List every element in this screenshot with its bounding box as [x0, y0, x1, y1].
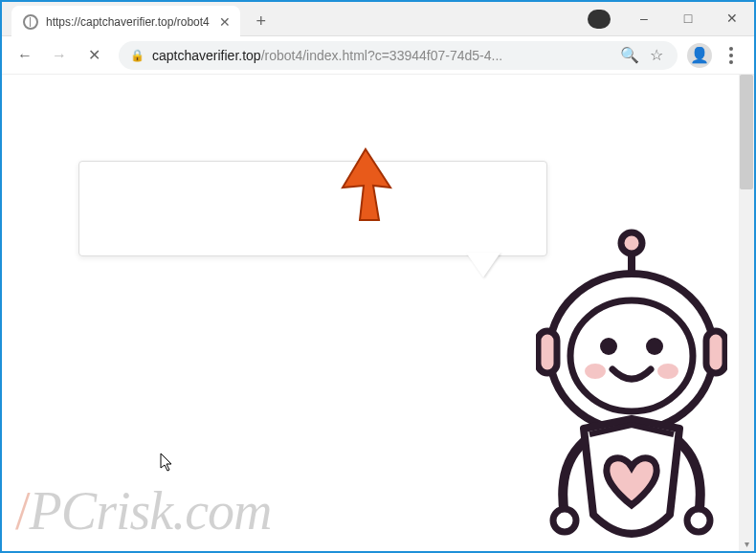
- page-content: /PCrisk.com ▴ ▾: [2, 75, 754, 551]
- new-tab-button[interactable]: +: [248, 9, 275, 35]
- vertical-scrollbar[interactable]: ▴ ▾: [739, 75, 754, 551]
- close-window-button[interactable]: ✕: [710, 2, 754, 34]
- watermark: /PCrisk.com: [15, 480, 271, 542]
- svg-point-6: [600, 338, 617, 355]
- url-text: captchaverifier.top/robot4/index.html?c=…: [152, 48, 612, 63]
- mouse-cursor-icon: [160, 453, 173, 472]
- bookmark-star-icon[interactable]: ☆: [647, 46, 666, 65]
- maximize-button[interactable]: □: [666, 2, 710, 34]
- svg-point-10: [553, 509, 576, 532]
- window-controls: – □ ✕: [622, 2, 754, 34]
- svg-point-9: [657, 364, 678, 379]
- globe-icon: [23, 14, 38, 30]
- scroll-thumb[interactable]: [740, 75, 753, 189]
- toolbar: ← → ✕ 🔒 captchaverifier.top/robot4/index…: [2, 36, 754, 75]
- stop-reload-button[interactable]: ✕: [78, 40, 109, 71]
- address-bar[interactable]: 🔒 captchaverifier.top/robot4/index.html?…: [119, 41, 678, 70]
- scroll-down-icon[interactable]: ▾: [739, 536, 754, 551]
- lock-icon[interactable]: 🔒: [130, 49, 145, 62]
- url-domain: captchaverifier.top: [152, 48, 261, 63]
- minimize-button[interactable]: –: [622, 2, 666, 34]
- svg-point-0: [621, 232, 642, 254]
- incognito-icon: [588, 10, 611, 29]
- url-path: /robot4/index.html?c=33944f07-74d5-4...: [261, 48, 503, 63]
- back-button[interactable]: ←: [10, 40, 40, 71]
- robot-illustration: [536, 228, 727, 551]
- search-icon[interactable]: 🔍: [620, 46, 639, 65]
- tab-close-icon[interactable]: ✕: [217, 14, 233, 30]
- browser-tab[interactable]: https://captchaverifier.top/robot4 ✕: [11, 6, 240, 38]
- forward-button[interactable]: →: [44, 40, 75, 71]
- tab-title: https://captchaverifier.top/robot4: [46, 15, 210, 29]
- titlebar: https://captchaverifier.top/robot4 ✕ + –…: [2, 2, 754, 36]
- svg-point-7: [646, 338, 663, 355]
- watermark-pc: PC: [30, 481, 97, 541]
- speech-bubble: [78, 161, 547, 256]
- watermark-dotcom: .com: [172, 481, 271, 541]
- svg-point-5: [570, 300, 693, 411]
- svg-point-11: [687, 509, 710, 532]
- menu-button[interactable]: [716, 47, 746, 64]
- svg-point-8: [585, 364, 606, 379]
- watermark-risk: risk: [96, 481, 172, 541]
- speech-bubble-tail: [466, 253, 500, 277]
- watermark-slash: /: [15, 481, 30, 541]
- profile-avatar[interactable]: 👤: [687, 43, 712, 68]
- svg-rect-4: [706, 331, 725, 373]
- svg-rect-3: [538, 331, 557, 373]
